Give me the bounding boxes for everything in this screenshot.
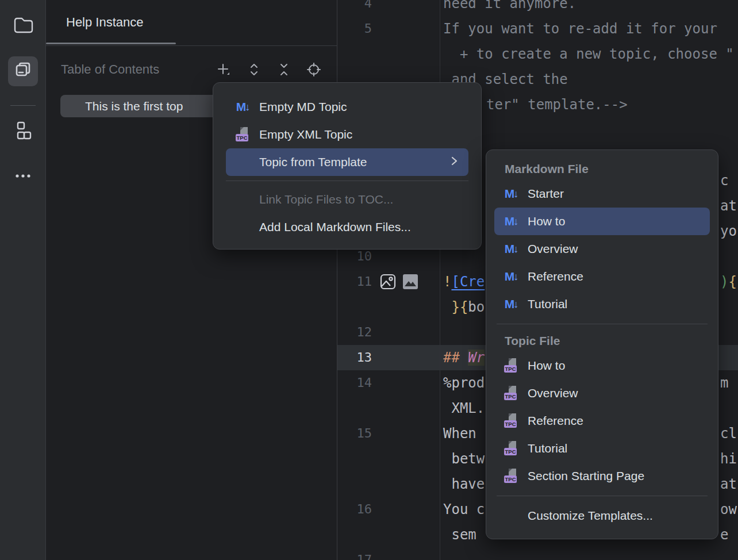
code-token-comment: ter" template.--> <box>486 97 628 113</box>
code-token-comment: need it anymore. <box>443 0 576 11</box>
toc-add-context-menu: M↓Empty MD TopicTPCEmpty XML TopicTopic … <box>213 82 482 250</box>
expand-all-button[interactable] <box>245 62 263 80</box>
code-token-code: cl <box>720 425 737 442</box>
tpc-file-icon: TPC <box>502 413 521 429</box>
menu-item-add-local-markdown-files[interactable]: Add Local Markdown Files... <box>226 213 468 241</box>
submenu-item-label: How to <box>528 214 565 228</box>
md-file-icon: M↓ <box>502 296 521 312</box>
locate-icon <box>306 62 321 79</box>
code-token-code: bo <box>468 299 485 315</box>
image-preview-icon[interactable] <box>402 273 419 290</box>
code-fragment: ){ <box>720 269 737 294</box>
code-fragment: c <box>720 168 728 193</box>
stripe-button-folder[interactable] <box>8 11 38 41</box>
menu-item-label: Link Topic Files to TOC... <box>259 193 393 206</box>
submenu-item-label: Customize Templates... <box>528 509 653 523</box>
code-fragment: m <box>720 370 728 396</box>
code-token-comment: If you want to re-add it for your <box>443 21 717 37</box>
menu-item-topic-from-template[interactable]: Topic from Template <box>226 148 468 176</box>
menu-item-label: Empty XML Topic <box>259 128 352 141</box>
code-fragment: yo <box>720 218 737 244</box>
stripe-button-more[interactable] <box>8 162 38 192</box>
add-button[interactable] <box>214 62 233 80</box>
code-row: + to create a new topic, choose " <box>443 41 734 67</box>
code-token-code: %prod <box>443 375 485 391</box>
code-row: need it anymore. <box>443 0 576 16</box>
line-number-16: 16 <box>337 497 372 522</box>
code-token-code: When <box>443 425 476 442</box>
code-row: XML. <box>443 396 485 421</box>
submenu-item-tutorial[interactable]: M↓Tutorial <box>494 290 710 318</box>
code-row: betw <box>443 446 485 471</box>
code-token-code: sem <box>443 527 476 543</box>
stripe-divider <box>10 105 36 106</box>
code-token-punct: ! <box>443 274 451 290</box>
tpc-file-icon: TPC <box>502 440 521 457</box>
submenu-item-tutorial[interactable]: TPCTutorial <box>494 435 710 462</box>
code-token-code: c <box>720 172 728 189</box>
code-fragment: hi <box>720 446 737 471</box>
locate-button[interactable] <box>305 62 323 80</box>
code-token-code: ow <box>720 501 737 517</box>
code-token-code: XML. <box>443 400 485 416</box>
submenu-item-overview[interactable]: M↓Overview <box>494 235 710 263</box>
image-outline-icon[interactable] <box>379 273 397 291</box>
submenu-header-topic-file: Topic File <box>486 330 718 352</box>
md-file-icon: M↓ <box>502 213 521 229</box>
md-file-icon: M↓ <box>502 241 521 257</box>
menu-item-empty-xml-topic[interactable]: TPCEmpty XML Topic <box>226 121 468 148</box>
toc-panel-title: Table of Contents <box>61 47 159 93</box>
code-row: When <box>443 421 476 446</box>
line-number-12: 12 <box>337 320 372 345</box>
code-row: ![Cre <box>443 269 485 294</box>
toc-pages-icon <box>12 59 34 83</box>
add-icon <box>216 62 231 79</box>
code-row: ## Wr <box>443 345 485 370</box>
code-token-comment: + to create a new topic, choose " <box>443 46 734 62</box>
code-row: %prod <box>443 370 485 396</box>
tpc-file-icon: TPC <box>502 358 521 374</box>
code-token-hmark: ## <box>443 350 468 366</box>
code-row: }{bo <box>443 294 485 320</box>
code-row: ter" template.--> <box>486 92 628 117</box>
menu-item-empty-md-topic[interactable]: M↓Empty MD Topic <box>226 93 468 121</box>
more-icon <box>13 166 33 189</box>
menu-item-link-topic-files-to-toc[interactable]: Link Topic Files to TOC... <box>226 186 468 213</box>
submenu-item-label: Reference <box>528 270 583 283</box>
line-number-15: 15 <box>337 421 372 446</box>
menu-item-label: Topic from Template <box>259 155 367 169</box>
tpc-file-icon: TPC <box>234 126 252 143</box>
menu-item-label: Add Local Markdown Files... <box>259 220 411 234</box>
code-token-link: [Cre <box>451 274 485 290</box>
submenu-item-how-to[interactable]: M↓How to <box>494 208 710 235</box>
svg-text:TPC: TPC <box>237 135 248 141</box>
submenu-item-customize-templates[interactable]: Customize Templates... <box>494 502 710 530</box>
menu-separator <box>497 496 708 496</box>
submenu-item-overview[interactable]: TPCOverview <box>494 379 710 407</box>
code-token-code: m <box>720 375 728 391</box>
submenu-item-how-to[interactable]: TPCHow to <box>494 352 710 379</box>
menu-separator <box>226 181 468 181</box>
svg-text:TPC: TPC <box>505 421 516 427</box>
tpc-file-icon: TPC <box>502 468 521 484</box>
submenu-item-starter[interactable]: M↓Starter <box>494 180 710 208</box>
collapse-all-button[interactable] <box>275 62 293 80</box>
toc-item-label: This is the first top <box>60 95 218 117</box>
submenu-item-label: Starter <box>528 187 564 201</box>
code-fragment: ow <box>720 497 737 522</box>
tab-help-instance[interactable]: Help Instance <box>66 0 144 44</box>
submenu-item-reference[interactable]: TPCReference <box>494 407 710 435</box>
svg-text:TPC: TPC <box>505 448 516 455</box>
stripe-button-structure[interactable] <box>8 117 38 147</box>
tool-window-stripe <box>0 0 46 560</box>
code-token-code: yo <box>720 223 737 239</box>
toc-item-first-topic[interactable]: This is the first top <box>60 95 218 117</box>
line-number-4: 4 <box>337 0 372 16</box>
submenu-item-label: Tutorial <box>528 442 567 455</box>
submenu-item-reference[interactable]: M↓Reference <box>494 263 710 290</box>
active-tab-underline <box>46 43 176 44</box>
submenu-item-label: Reference <box>528 414 583 428</box>
code-token-punct: { <box>728 274 736 290</box>
submenu-item-section-starting-page[interactable]: TPCSection Starting Page <box>494 462 710 490</box>
stripe-button-toc-pages[interactable] <box>8 56 38 86</box>
